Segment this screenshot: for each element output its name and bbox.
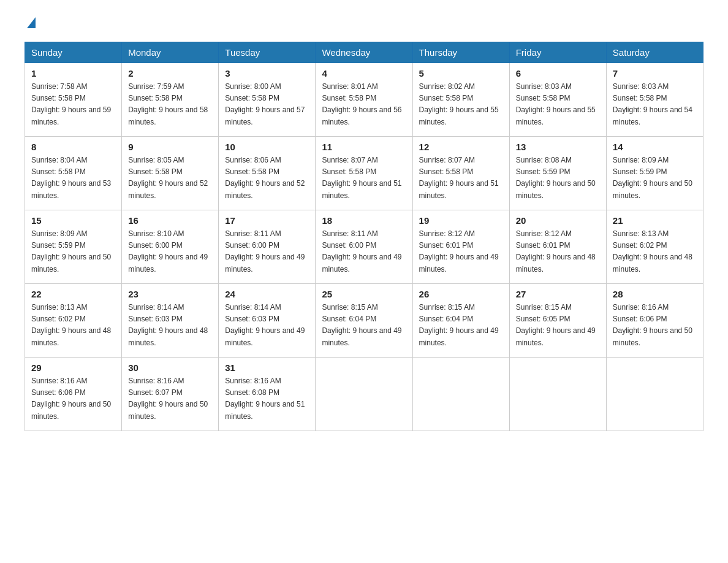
calendar-cell: 4Sunrise: 8:01 AMSunset: 5:58 PMDaylight… bbox=[316, 63, 412, 137]
calendar-cell: 31Sunrise: 8:16 AMSunset: 6:08 PMDayligh… bbox=[219, 358, 316, 431]
day-info: Sunrise: 8:11 AMSunset: 6:00 PMDaylight:… bbox=[322, 228, 406, 275]
calendar-cell: 30Sunrise: 8:16 AMSunset: 6:07 PMDayligh… bbox=[122, 358, 219, 431]
calendar-cell: 10Sunrise: 8:06 AMSunset: 5:58 PMDayligh… bbox=[219, 137, 316, 210]
day-info: Sunrise: 8:01 AMSunset: 5:58 PMDaylight:… bbox=[322, 81, 406, 128]
day-info: Sunrise: 8:14 AMSunset: 6:03 PMDaylight:… bbox=[128, 302, 212, 349]
calendar-cell: 28Sunrise: 8:16 AMSunset: 6:06 PMDayligh… bbox=[606, 284, 703, 358]
weekday-header-row: SundayMondayTuesdayWednesdayThursdayFrid… bbox=[25, 42, 703, 63]
day-number: 26 bbox=[419, 289, 503, 299]
day-number: 4 bbox=[322, 68, 406, 79]
calendar-cell: 3Sunrise: 8:00 AMSunset: 5:58 PMDaylight… bbox=[219, 63, 316, 137]
day-number: 10 bbox=[225, 142, 309, 152]
calendar-cell: 6Sunrise: 8:03 AMSunset: 5:58 PMDaylight… bbox=[509, 63, 606, 137]
day-number: 13 bbox=[516, 142, 600, 152]
weekday-header-friday: Friday bbox=[509, 42, 606, 63]
day-info: Sunrise: 8:12 AMSunset: 6:01 PMDaylight:… bbox=[419, 228, 503, 275]
day-number: 25 bbox=[322, 289, 406, 299]
calendar-cell: 17Sunrise: 8:11 AMSunset: 6:00 PMDayligh… bbox=[219, 210, 316, 284]
calendar-cell: 22Sunrise: 8:13 AMSunset: 6:02 PMDayligh… bbox=[25, 284, 122, 358]
calendar-cell: 23Sunrise: 8:14 AMSunset: 6:03 PMDayligh… bbox=[122, 284, 219, 358]
day-info: Sunrise: 8:08 AMSunset: 5:59 PMDaylight:… bbox=[516, 155, 600, 202]
calendar-cell: 20Sunrise: 8:12 AMSunset: 6:01 PMDayligh… bbox=[509, 210, 606, 284]
weekday-header-thursday: Thursday bbox=[412, 42, 509, 63]
calendar-cell: 12Sunrise: 8:07 AMSunset: 5:58 PMDayligh… bbox=[412, 137, 509, 210]
calendar-cell: 5Sunrise: 8:02 AMSunset: 5:58 PMDaylight… bbox=[412, 63, 509, 137]
day-info: Sunrise: 8:16 AMSunset: 6:08 PMDaylight:… bbox=[225, 375, 309, 423]
day-number: 31 bbox=[225, 362, 309, 373]
day-info: Sunrise: 8:02 AMSunset: 5:58 PMDaylight:… bbox=[419, 81, 503, 128]
calendar-week-row: 29Sunrise: 8:16 AMSunset: 6:06 PMDayligh… bbox=[25, 358, 703, 431]
day-number: 15 bbox=[31, 215, 115, 226]
calendar-cell: 8Sunrise: 8:04 AMSunset: 5:58 PMDaylight… bbox=[25, 137, 122, 210]
day-number: 28 bbox=[613, 289, 697, 299]
day-number: 8 bbox=[31, 142, 115, 152]
day-info: Sunrise: 8:15 AMSunset: 6:04 PMDaylight:… bbox=[419, 302, 503, 349]
day-number: 29 bbox=[31, 362, 115, 373]
calendar-cell: 29Sunrise: 8:16 AMSunset: 6:06 PMDayligh… bbox=[25, 358, 122, 431]
day-info: Sunrise: 8:15 AMSunset: 6:04 PMDaylight:… bbox=[322, 302, 406, 349]
day-number: 16 bbox=[128, 215, 212, 226]
day-info: Sunrise: 8:16 AMSunset: 6:06 PMDaylight:… bbox=[613, 302, 697, 349]
page-header bbox=[25, 18, 703, 29]
calendar-cell bbox=[316, 358, 412, 431]
calendar-cell: 2Sunrise: 7:59 AMSunset: 5:58 PMDaylight… bbox=[122, 63, 219, 137]
calendar-cell: 9Sunrise: 8:05 AMSunset: 5:58 PMDaylight… bbox=[122, 137, 219, 210]
day-info: Sunrise: 8:13 AMSunset: 6:02 PMDaylight:… bbox=[31, 302, 115, 349]
calendar-cell: 27Sunrise: 8:15 AMSunset: 6:05 PMDayligh… bbox=[509, 284, 606, 358]
calendar-cell: 15Sunrise: 8:09 AMSunset: 5:59 PMDayligh… bbox=[25, 210, 122, 284]
calendar-cell bbox=[606, 358, 703, 431]
day-info: Sunrise: 8:11 AMSunset: 6:00 PMDaylight:… bbox=[225, 228, 309, 275]
calendar-cell: 14Sunrise: 8:09 AMSunset: 5:59 PMDayligh… bbox=[606, 137, 703, 210]
calendar-cell: 16Sunrise: 8:10 AMSunset: 6:00 PMDayligh… bbox=[122, 210, 219, 284]
calendar-table: SundayMondayTuesdayWednesdayThursdayFrid… bbox=[25, 42, 703, 431]
day-number: 7 bbox=[613, 68, 697, 79]
day-number: 2 bbox=[128, 68, 212, 79]
weekday-header-tuesday: Tuesday bbox=[219, 42, 316, 63]
calendar-cell: 21Sunrise: 8:13 AMSunset: 6:02 PMDayligh… bbox=[606, 210, 703, 284]
calendar-week-row: 22Sunrise: 8:13 AMSunset: 6:02 PMDayligh… bbox=[25, 284, 703, 358]
day-number: 12 bbox=[419, 142, 503, 152]
calendar-cell: 24Sunrise: 8:14 AMSunset: 6:03 PMDayligh… bbox=[219, 284, 316, 358]
day-number: 9 bbox=[128, 142, 212, 152]
calendar-cell: 26Sunrise: 8:15 AMSunset: 6:04 PMDayligh… bbox=[412, 284, 509, 358]
day-number: 23 bbox=[128, 289, 212, 299]
weekday-header-sunday: Sunday bbox=[25, 42, 122, 63]
calendar-week-row: 15Sunrise: 8:09 AMSunset: 5:59 PMDayligh… bbox=[25, 210, 703, 284]
day-info: Sunrise: 8:10 AMSunset: 6:00 PMDaylight:… bbox=[128, 228, 212, 275]
day-info: Sunrise: 8:03 AMSunset: 5:58 PMDaylight:… bbox=[516, 81, 600, 128]
day-number: 22 bbox=[31, 289, 115, 299]
day-info: Sunrise: 8:07 AMSunset: 5:58 PMDaylight:… bbox=[419, 155, 503, 202]
day-number: 5 bbox=[419, 68, 503, 79]
day-number: 17 bbox=[225, 215, 309, 226]
day-number: 1 bbox=[31, 68, 115, 79]
day-number: 24 bbox=[225, 289, 309, 299]
day-info: Sunrise: 8:05 AMSunset: 5:58 PMDaylight:… bbox=[128, 155, 212, 202]
calendar-cell: 7Sunrise: 8:03 AMSunset: 5:58 PMDaylight… bbox=[606, 63, 703, 137]
calendar-cell bbox=[412, 358, 509, 431]
day-info: Sunrise: 8:09 AMSunset: 5:59 PMDaylight:… bbox=[31, 228, 115, 275]
logo-text bbox=[25, 18, 36, 29]
calendar-cell: 18Sunrise: 8:11 AMSunset: 6:00 PMDayligh… bbox=[316, 210, 412, 284]
weekday-header-monday: Monday bbox=[122, 42, 219, 63]
calendar-cell: 19Sunrise: 8:12 AMSunset: 6:01 PMDayligh… bbox=[412, 210, 509, 284]
day-info: Sunrise: 7:59 AMSunset: 5:58 PMDaylight:… bbox=[128, 81, 212, 128]
day-info: Sunrise: 8:15 AMSunset: 6:05 PMDaylight:… bbox=[516, 302, 600, 349]
day-number: 6 bbox=[516, 68, 600, 79]
logo-triangle-icon bbox=[27, 17, 36, 28]
day-info: Sunrise: 8:07 AMSunset: 5:58 PMDaylight:… bbox=[322, 155, 406, 202]
logo bbox=[25, 18, 36, 29]
day-number: 18 bbox=[322, 215, 406, 226]
day-info: Sunrise: 8:16 AMSunset: 6:07 PMDaylight:… bbox=[128, 375, 212, 423]
day-info: Sunrise: 8:06 AMSunset: 5:58 PMDaylight:… bbox=[225, 155, 309, 202]
day-number: 14 bbox=[613, 142, 697, 152]
day-info: Sunrise: 8:09 AMSunset: 5:59 PMDaylight:… bbox=[613, 155, 697, 202]
calendar-cell: 13Sunrise: 8:08 AMSunset: 5:59 PMDayligh… bbox=[509, 137, 606, 210]
day-number: 20 bbox=[516, 215, 600, 226]
day-number: 30 bbox=[128, 362, 212, 373]
calendar-cell bbox=[509, 358, 606, 431]
day-number: 27 bbox=[516, 289, 600, 299]
weekday-header-saturday: Saturday bbox=[606, 42, 703, 63]
calendar-cell: 11Sunrise: 8:07 AMSunset: 5:58 PMDayligh… bbox=[316, 137, 412, 210]
calendar-week-row: 1Sunrise: 7:58 AMSunset: 5:58 PMDaylight… bbox=[25, 63, 703, 137]
day-number: 11 bbox=[322, 142, 406, 152]
